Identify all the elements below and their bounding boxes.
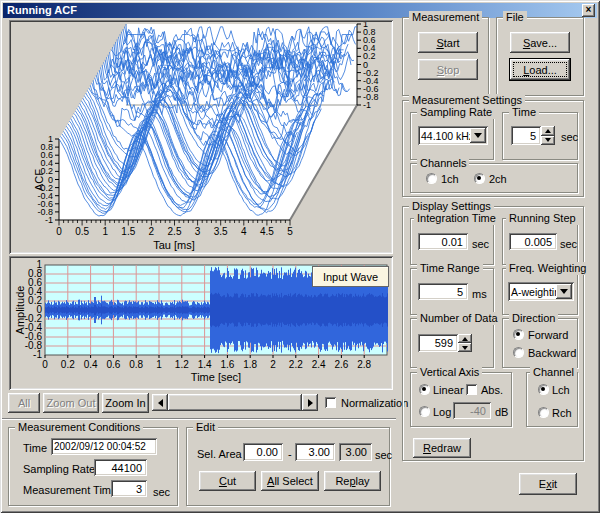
spin-up-icon[interactable]	[458, 334, 472, 343]
db-unit: dB	[495, 406, 508, 418]
measurement-title: Measurement	[409, 11, 482, 24]
integration-time-title: Integration Time	[414, 212, 499, 225]
save-button[interactable]: Save...	[510, 32, 570, 53]
integration-time-field[interactable]: 0.01	[418, 233, 468, 250]
time-range-field[interactable]: 5	[418, 283, 468, 300]
radio-2ch[interactable]	[474, 173, 485, 184]
acf-y-axis-label: ACF	[33, 169, 45, 191]
wave-x-axis-label: Time [sec]	[191, 371, 241, 383]
wave-x-tick-label: 0.4	[84, 359, 98, 370]
acf-x-tick-label: 2.5	[168, 226, 182, 237]
measurement-time-value-field: 3	[111, 480, 147, 497]
stop-button[interactable]: Stop	[418, 59, 478, 80]
sampling-rate-dropdown-icon[interactable]	[470, 128, 486, 143]
time-range-title: Time Range	[417, 262, 483, 275]
spin-down-icon[interactable]	[541, 136, 555, 146]
normalization-checkbox[interactable]	[325, 397, 336, 408]
right-triangle-icon	[308, 399, 313, 407]
wave-x-tick-label: 0	[42, 359, 48, 370]
scrollbar-left-arrow-icon[interactable]	[152, 394, 168, 411]
freq-weighting-combo[interactable]: A-weighting	[508, 282, 574, 301]
acf-right-tick-label: -1	[363, 100, 371, 110]
radio-backward-label: Backward	[528, 347, 576, 359]
number-of-data-field[interactable]: 599	[418, 334, 458, 352]
running-step-field[interactable]: 0.005	[509, 233, 557, 250]
zoom-in-button[interactable]: Zoom In	[102, 393, 149, 413]
radio-forward[interactable]	[513, 329, 524, 340]
wave-x-tick-label: 2.4	[312, 359, 326, 370]
radio-lch-label: Lch	[552, 384, 570, 396]
time-spin-field[interactable]: 5	[511, 126, 541, 145]
time-label: Time	[23, 442, 47, 454]
acf-x-tick-label: 0	[56, 226, 62, 237]
sel-area-from-field[interactable]: 0.00	[243, 443, 283, 461]
window: Running ACF × 10.80.60.40.20-0.2-0.4-0.6…	[0, 0, 600, 513]
measurement-group: Measurement Start Stop	[402, 17, 489, 96]
measurement-time-label: Measurement Time	[23, 484, 117, 496]
radio-linear[interactable]	[419, 384, 430, 395]
replay-button[interactable]: Replay	[324, 471, 381, 491]
acf-x-tick-label: 4	[241, 226, 247, 237]
measurement-settings-group: Measurement Settings Sampling Rate 44.10…	[402, 100, 584, 197]
sel-area-to-field[interactable]: 3.00	[295, 443, 335, 461]
scrollbar-thumb[interactable]	[168, 394, 302, 411]
input-wave-annotation: Input Wave	[312, 266, 389, 287]
radio-rch-label: Rch	[552, 407, 572, 419]
wave-x-tick-label: 1	[156, 359, 162, 370]
radio-1ch[interactable]	[426, 173, 437, 184]
radio-log[interactable]	[419, 406, 430, 417]
time-unit: sec	[561, 131, 578, 143]
acf-x-tick-label: 3	[195, 226, 201, 237]
measurement-time-unit: sec	[153, 486, 170, 498]
radio-lch[interactable]	[538, 384, 549, 395]
time-spinner[interactable]	[541, 126, 555, 145]
number-of-data-group: Number of Data 599	[410, 318, 494, 368]
wave-x-tick-label: 2	[270, 359, 276, 370]
radio-backward[interactable]	[513, 347, 524, 358]
measurement-conditions-group: Measurement Conditions Time 2002/09/12 0…	[8, 427, 178, 506]
all-select-button[interactable]: All Select	[261, 471, 319, 491]
wave-y-tick-label: -1	[33, 349, 42, 360]
time-group: Time 5 sec	[502, 112, 578, 160]
spin-up-icon[interactable]	[541, 126, 555, 136]
zoom-out-button[interactable]: Zoom Out	[43, 393, 99, 413]
direction-group: Direction Forward Backward	[502, 318, 578, 368]
wave-x-tick-label: 2.8	[357, 359, 371, 370]
radio-rch[interactable]	[538, 407, 549, 418]
chevron-down-icon	[474, 133, 482, 138]
acf-x-tick-label: 0.5	[75, 226, 89, 237]
acf-x-tick-label: 4.5	[260, 226, 274, 237]
channel-title: Channel	[530, 366, 577, 379]
radio-1ch-label: 1ch	[441, 173, 459, 185]
sel-area-length-field: 3.00	[339, 443, 372, 461]
sampling-rate-value-field: 44100	[94, 459, 147, 476]
freq-weighting-dropdown-icon[interactable]	[556, 284, 572, 299]
wave-scrollbar[interactable]	[152, 394, 318, 411]
spin-down-icon[interactable]	[458, 343, 472, 352]
redraw-button[interactable]: Redraw	[413, 438, 471, 458]
sampling-rate-group: Sampling Rate 44.100 kHz	[410, 112, 494, 160]
wave-x-tick-label: 2.2	[289, 359, 303, 370]
acf-x-tick-label: 1	[102, 226, 108, 237]
running-step-title: Running Step	[506, 212, 579, 225]
sel-area-label: Sel. Area	[197, 448, 242, 460]
edit-title: Edit	[193, 421, 218, 434]
db-value-field: -40	[453, 402, 491, 419]
wave-x-tick-label: 2.6	[334, 359, 348, 370]
time-value-field: 2002/09/12 00:04:52	[51, 438, 157, 455]
number-of-data-spinner[interactable]	[458, 334, 472, 352]
exit-button[interactable]: Exit	[519, 473, 577, 495]
all-button[interactable]: All	[8, 393, 40, 413]
freq-weighting-title: Freq. Weighting	[506, 262, 589, 275]
start-button[interactable]: Start	[418, 32, 478, 53]
cut-button[interactable]: Cut	[199, 471, 256, 491]
close-icon[interactable]: ×	[582, 4, 595, 17]
abs-checkbox[interactable]	[466, 384, 477, 395]
sel-area-unit: sec	[375, 449, 392, 461]
sampling-rate-combo[interactable]: 44.100 kHz	[418, 126, 488, 145]
wave-y-axis-label: Amplitude	[14, 286, 26, 335]
load-button[interactable]: Load...	[510, 59, 570, 80]
wave-x-tick-label: 0.8	[129, 359, 143, 370]
channels-group: Channels 1ch 2ch	[410, 163, 578, 193]
scrollbar-right-arrow-icon[interactable]	[302, 394, 318, 411]
